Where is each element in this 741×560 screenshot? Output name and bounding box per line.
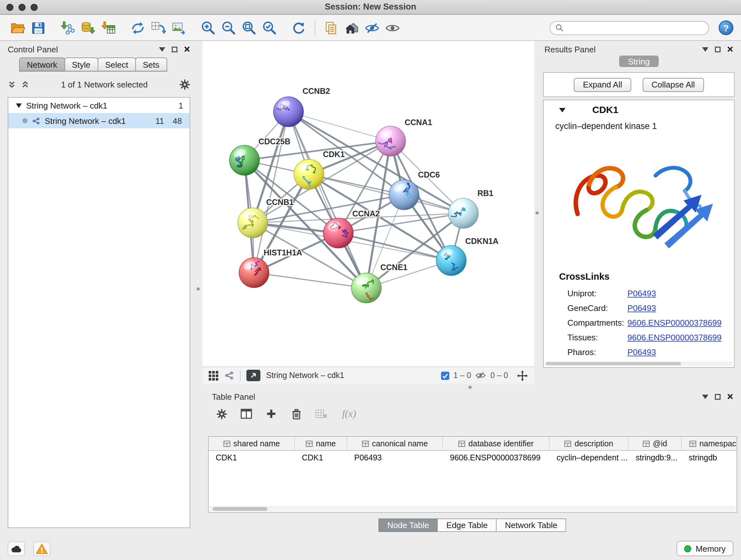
panel-close-icon[interactable]: [727, 393, 733, 400]
zoom-fit-button[interactable]: [239, 17, 259, 38]
crosslink-tissues-link[interactable]: 9606.ENSP00000378699: [627, 333, 722, 342]
zoom-in-button[interactable]: [198, 17, 218, 38]
panel-close-icon[interactable]: [727, 46, 733, 52]
gene-name: CDK1: [592, 104, 618, 115]
clone-network-button[interactable]: [128, 17, 148, 38]
tab-string[interactable]: String: [619, 56, 659, 67]
import-network-database-button[interactable]: [78, 17, 98, 38]
node-count: 11: [155, 116, 164, 125]
network-view[interactable]: CCNB2CCNA1CDC25BCDK1CDC6RB1CCNB1CCNA2CDK…: [202, 41, 534, 367]
entry-collapse-caret-icon[interactable]: [559, 108, 565, 112]
create-column-button[interactable]: [263, 406, 280, 422]
crosslink-compartments-link[interactable]: 9606.ENSP00000378699: [627, 318, 722, 327]
cloud-status-button[interactable]: [8, 541, 25, 556]
show-all-button[interactable]: [382, 17, 403, 38]
copy-document-button[interactable]: [321, 17, 341, 38]
delete-table-button[interactable]: [313, 406, 329, 422]
refresh-view-button[interactable]: [288, 17, 309, 38]
cell-description[interactable]: cyclin–dependent ...: [549, 451, 629, 464]
splitter-handle[interactable]: [197, 287, 200, 291]
expand-all-icon[interactable]: [21, 80, 29, 88]
network-node-label: HIST1H1A: [264, 248, 302, 257]
scrollbar-thumb[interactable]: [212, 507, 267, 510]
save-floppy-icon: [30, 20, 46, 36]
houses-icon: [344, 20, 359, 36]
tab-network[interactable]: Network: [19, 57, 65, 71]
tab-style[interactable]: Style: [64, 57, 98, 71]
birdseye-view-button[interactable]: [341, 17, 362, 38]
show-columns-button[interactable]: [238, 406, 255, 422]
table-options-button[interactable]: [213, 406, 230, 422]
table-row[interactable]: CDK1 CDK1 P06493 9606.ENSP00000378699 cy…: [209, 451, 737, 464]
import-table-icon: [101, 20, 116, 36]
collapse-all-button[interactable]: Collapse All: [643, 78, 704, 91]
crosslink-uniprot-link[interactable]: P06493: [627, 289, 656, 298]
tree-caret-icon[interactable]: [16, 103, 22, 108]
open-in-new-window-button[interactable]: [246, 370, 260, 381]
panel-menu-icon[interactable]: [159, 47, 165, 51]
delete-column-button[interactable]: [288, 406, 305, 422]
column-header[interactable]: description: [549, 437, 629, 450]
panel-menu-icon[interactable]: [702, 394, 709, 399]
cell-id[interactable]: stringdb:9...: [629, 451, 682, 464]
column-header[interactable]: database identifier: [443, 437, 549, 450]
network-options-gear-icon[interactable]: [179, 79, 190, 90]
warnings-button[interactable]: [33, 541, 51, 556]
plus-icon: [266, 409, 276, 419]
network-glyph-icon[interactable]: [224, 370, 234, 381]
cell-shared-name[interactable]: CDK1: [209, 451, 295, 464]
network-edge[interactable]: [254, 273, 366, 288]
column-header[interactable]: @id: [629, 437, 682, 450]
cell-canonical-name[interactable]: P06493: [347, 451, 443, 464]
panel-float-icon[interactable]: [715, 394, 721, 399]
cell-namespace[interactable]: stringdb: [682, 451, 737, 464]
save-session-button[interactable]: [28, 17, 49, 38]
grid-view-icon[interactable]: [209, 371, 218, 380]
crosslink-genecard-link[interactable]: P06493: [627, 303, 656, 313]
function-builder-button[interactable]: f(x): [338, 406, 360, 422]
column-header[interactable]: shared name: [209, 437, 295, 450]
cell-database-identifier[interactable]: 9606.ENSP00000378699: [443, 451, 549, 464]
splitter-handle[interactable]: [468, 386, 472, 389]
column-header[interactable]: canonical name: [347, 437, 443, 450]
panel-menu-icon[interactable]: [702, 47, 709, 51]
zoom-selected-button[interactable]: [259, 17, 280, 38]
import-table-file-button[interactable]: [98, 17, 119, 38]
tab-edge-table[interactable]: Edge Table: [437, 518, 497, 532]
fit-selected-crosshair-icon[interactable]: [517, 370, 528, 381]
hide-selected-button[interactable]: [362, 17, 382, 38]
zoom-out-icon: [221, 20, 236, 36]
selected-checkbox-icon[interactable]: [441, 371, 450, 380]
column-header[interactable]: name: [295, 437, 347, 450]
tab-node-table[interactable]: Node Table: [378, 518, 438, 532]
memory-button[interactable]: Memory: [677, 541, 733, 556]
scrollbar-thumb[interactable]: [546, 362, 681, 365]
search-input[interactable]: [567, 23, 703, 32]
network-from-table-button[interactable]: [148, 17, 169, 38]
export-image-button[interactable]: [169, 17, 189, 38]
expand-all-button[interactable]: Expand All: [574, 78, 631, 91]
help-button[interactable]: ?: [719, 20, 733, 35]
hidden-eye-slash-icon[interactable]: [475, 371, 486, 380]
crosslink-pharos-link[interactable]: P06493: [627, 348, 656, 357]
column-type-icon: [643, 440, 650, 447]
column-header[interactable]: namespace: [682, 437, 737, 450]
panel-close-icon[interactable]: [184, 46, 190, 52]
network-node-label: CCNE1: [381, 263, 408, 272]
collapse-all-icon[interactable]: [8, 80, 16, 88]
search-box[interactable]: [549, 21, 709, 35]
network-edge[interactable]: [288, 112, 366, 288]
open-session-button[interactable]: [8, 17, 28, 38]
splitter-handle[interactable]: [536, 211, 539, 214]
panel-float-icon[interactable]: [172, 46, 178, 52]
tab-select[interactable]: Select: [97, 57, 136, 71]
cell-name[interactable]: CDK1: [295, 451, 347, 464]
network-collection-row[interactable]: String Network – cdk1 1: [8, 98, 190, 113]
network-edge[interactable]: [288, 112, 391, 141]
panel-float-icon[interactable]: [715, 46, 721, 52]
network-row-selected[interactable]: String Network – cdk1 11 48: [8, 113, 190, 128]
zoom-out-button[interactable]: [218, 17, 239, 38]
import-network-file-button[interactable]: [57, 17, 78, 38]
tab-network-table[interactable]: Network Table: [496, 518, 566, 532]
tab-sets[interactable]: Sets: [135, 57, 167, 71]
